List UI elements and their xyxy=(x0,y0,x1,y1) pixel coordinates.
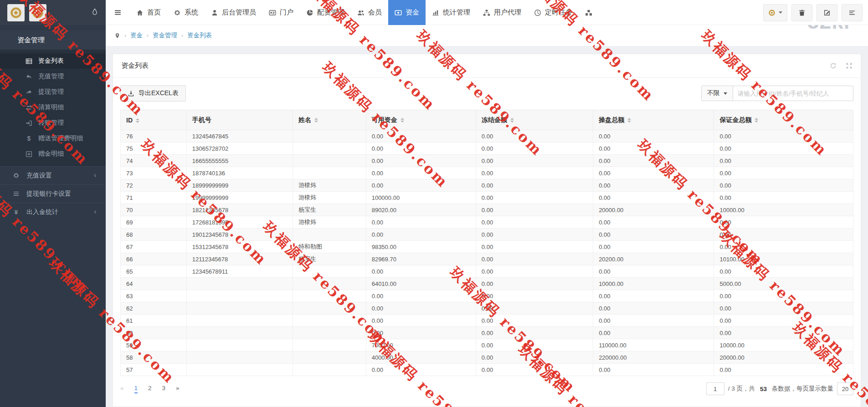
page-button[interactable]: 3 xyxy=(162,385,166,393)
table-cell: 70 xyxy=(121,204,187,216)
table-cell: 0.00 xyxy=(593,302,714,315)
column-header-label: 操盘总额 xyxy=(599,116,624,123)
sidebar-group-label: 提现银行卡设置 xyxy=(26,190,71,198)
sidebar-group-item[interactable]: 充值设置 xyxy=(0,166,106,184)
table-cell: 0.00 xyxy=(593,327,714,339)
top-nav-items: 首页系统后台管理员门户配资管理会员资金统计管理用户代理定时任务 xyxy=(130,0,599,25)
table-cell: 0.00 xyxy=(593,265,714,278)
table-body: 76132454678450.000.000.000.0075130657287… xyxy=(121,130,853,376)
sidebar-group-item[interactable]: ¥出入金统计 xyxy=(0,203,106,221)
sort-arrows-icon xyxy=(510,118,514,122)
table-cell: 0.00 xyxy=(714,241,853,253)
export-excel-button[interactable]: 导出EXCEL表 xyxy=(120,85,186,102)
filter-dropdown-button[interactable]: 不限 xyxy=(701,86,733,101)
table-cell: 13065728702 xyxy=(186,142,293,155)
table-cell: 0.00 xyxy=(476,192,593,204)
account-dropdown-button[interactable] xyxy=(763,4,787,21)
table-icon xyxy=(26,58,32,65)
table-cell xyxy=(293,130,366,142)
page: { "watermark": { "text": "玖福源码 re589.com… xyxy=(0,0,868,407)
edit-icon xyxy=(823,9,831,16)
gold-knot-logo-icon xyxy=(31,6,44,19)
sidebar-submenu: 资金列表充值管理提现管理清算明细转账管理$赠送管理费明细赠金明细 xyxy=(0,50,106,166)
table-cell: 0.00 xyxy=(476,229,593,241)
sidebar-item[interactable]: 转账管理 xyxy=(0,115,106,131)
sidebar-toggle-button[interactable] xyxy=(106,0,130,25)
sidebar-item[interactable]: 赠金明细 xyxy=(0,146,106,162)
breadcrumb-link[interactable]: 资金管理 xyxy=(153,31,177,40)
sidebar-item[interactable]: 提现管理 xyxy=(0,84,106,100)
breadcrumb-separator: › xyxy=(147,32,149,39)
table-row: 7218999999999游棣炜0.000.000.000.00 xyxy=(121,179,853,192)
column-header[interactable]: 操盘总额 xyxy=(593,110,714,130)
sidebar-item-label: 赠金明细 xyxy=(38,150,64,158)
page-size-selector[interactable]: 20 xyxy=(837,382,853,395)
breadcrumb-link[interactable]: 资金 xyxy=(130,31,143,40)
nav-item[interactable]: 用户代理 xyxy=(477,0,528,25)
breadcrumb-link[interactable]: 资金列表 xyxy=(187,31,212,40)
table-row: 65123456789110.000.000.000.00 xyxy=(121,265,853,278)
filter-label: 不限 xyxy=(707,89,719,97)
nav-item-label: 后台管理员 xyxy=(222,8,256,17)
column-header-label: 冻结金额 xyxy=(482,116,507,123)
column-header[interactable]: 冻结金额 xyxy=(476,110,593,130)
nav-item[interactable]: 资金 xyxy=(388,0,426,25)
nav-item[interactable]: 会员 xyxy=(351,0,388,25)
table-row: 600.000.000.000.00 xyxy=(121,327,853,339)
nav-item[interactable]: 配资管理 xyxy=(300,0,351,25)
expand-icon xyxy=(846,62,853,69)
sidebar-item[interactable]: $赠送管理费明细 xyxy=(0,131,106,146)
search-input[interactable] xyxy=(733,86,853,101)
idcard-icon xyxy=(269,9,276,16)
column-header[interactable]: ID xyxy=(121,110,187,130)
refresh-icon[interactable] xyxy=(830,62,837,69)
table-cell: 15312345678 xyxy=(186,241,293,253)
table-cell xyxy=(186,339,293,351)
nav-item[interactable]: 系统 xyxy=(167,0,205,25)
page-button[interactable]: 2 xyxy=(148,385,152,393)
page-button[interactable]: 1 xyxy=(134,385,138,393)
table-cell: 63 xyxy=(121,290,187,302)
nav-item[interactable]: 后台管理员 xyxy=(205,0,262,25)
table-cell: 0.00 xyxy=(476,179,593,192)
edit-button[interactable] xyxy=(817,4,837,21)
page-jump-input[interactable] xyxy=(706,382,724,395)
page-buttons: «123» xyxy=(120,385,190,393)
table-head: ID手机号姓名可用资金冻结金额操盘总额保证金总额 xyxy=(121,110,853,130)
column-header[interactable]: 保证金总额 xyxy=(714,110,853,130)
sidebar-item[interactable]: 资金列表 xyxy=(0,53,106,69)
table-cell: 0.00 xyxy=(476,204,593,216)
nav-item-label: 资金 xyxy=(406,8,419,17)
plus-square-icon xyxy=(26,151,32,158)
water-drop-icon xyxy=(91,8,98,15)
sidebar-item[interactable]: 清算明细 xyxy=(0,100,106,115)
table-cell: 0.00 xyxy=(476,315,593,327)
download-icon xyxy=(128,90,134,97)
nav-item[interactable]: 统计管理 xyxy=(426,0,477,25)
column-header[interactable]: 可用资金 xyxy=(366,110,476,130)
nav-item[interactable]: 定时任务 xyxy=(528,0,579,25)
expand-icon[interactable] xyxy=(846,62,853,69)
sidebar-item-label: 转账管理 xyxy=(38,119,64,127)
table-cell: 89020.00 xyxy=(366,204,476,216)
page-button[interactable]: » xyxy=(176,385,180,393)
column-header[interactable]: 姓名 xyxy=(293,110,366,130)
table-cell: 0.00 xyxy=(476,216,593,229)
sidebar-item-label: 充值管理 xyxy=(38,72,64,81)
menu-lines-button[interactable] xyxy=(842,4,863,21)
table-cell: 0.00 xyxy=(476,130,593,142)
page-button[interactable]: « xyxy=(120,385,124,393)
sidebar-group-item[interactable]: 提现银行卡设置 xyxy=(0,184,106,203)
nav-item[interactable]: 首页 xyxy=(130,0,167,25)
table-cell: 0.00 xyxy=(714,229,853,241)
trash-button[interactable] xyxy=(791,4,812,21)
table-cell: 5000.00 xyxy=(714,278,853,290)
nav-item-label: 用户代理 xyxy=(494,8,521,17)
nav-item[interactable] xyxy=(579,0,599,25)
nav-item[interactable]: 门户 xyxy=(262,0,300,25)
sidebar-groups: 充值设置提现银行卡设置¥出入金统计 xyxy=(0,166,106,221)
table-row: 610.000.000.000.00 xyxy=(121,315,853,327)
sidebar-item[interactable]: 充值管理 xyxy=(0,69,106,84)
table-cell: 10000.00 xyxy=(593,278,714,290)
table-cell: 0.00 xyxy=(366,364,476,376)
